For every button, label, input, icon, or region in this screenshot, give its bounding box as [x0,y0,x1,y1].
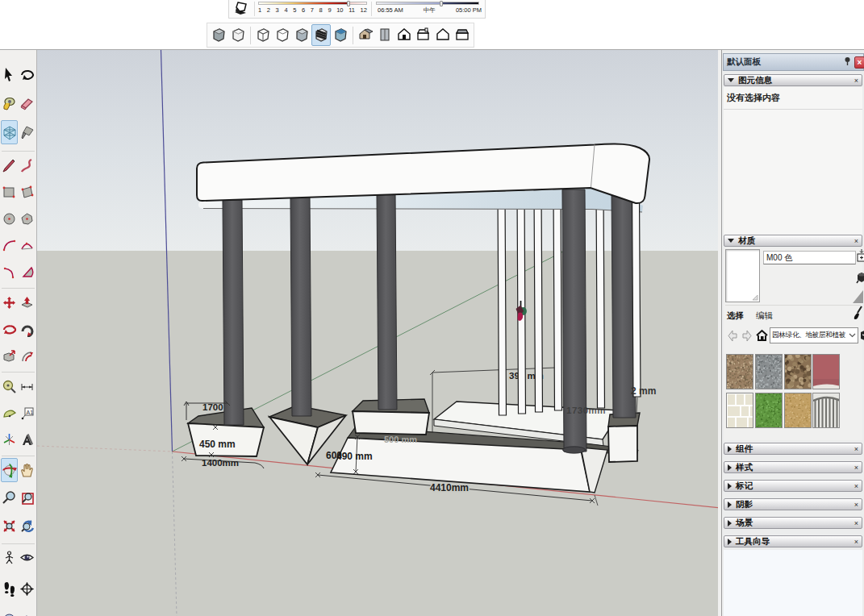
close-tray-button[interactable]: × [854,56,864,69]
model-viewport[interactable]: 390 mm 1700 450 mm [37,50,718,616]
tool-follow-me[interactable] [19,317,35,341]
tool-rotated-rectangle[interactable] [19,180,35,204]
section-3[interactable]: 标记 × [724,480,862,492]
style-tool-monochrome-icon[interactable] [331,24,350,46]
section-close-icon[interactable]: × [854,519,858,527]
tool-zoom-window[interactable] [19,486,35,510]
style-tool-shaded-icon[interactable] [292,24,311,46]
material-swatch-brick-ivory[interactable] [726,393,753,428]
tool-eraser[interactable] [19,91,35,115]
tool-pan[interactable] [19,458,35,482]
home-icon[interactable] [755,328,769,343]
style-tool-hidden-line-icon[interactable] [273,24,292,46]
time-slider-handle[interactable] [440,1,443,6]
shadow-time-slider[interactable]: 06:55 AM 中午 05:00 PM [373,0,485,18]
preview-details-arrow-icon[interactable] [853,289,864,304]
section-close-icon[interactable]: × [854,482,858,490]
section-materials[interactable]: 材质 × [724,235,862,247]
tool-text[interactable]: A1 [19,401,35,425]
tool-walk[interactable] [1,576,18,601]
tool-move[interactable] [1,290,18,314]
section-5[interactable]: 场景 × [724,517,862,529]
tool-rectangle[interactable] [1,180,18,204]
tool-pie[interactable] [19,260,35,284]
tool-partial-b[interactable] [19,603,35,616]
material-swatch-gravel-brown[interactable] [726,354,753,389]
style-tool-xray-icon[interactable] [209,24,228,46]
tool-partial-a[interactable] [1,603,18,616]
section-entity-info[interactable]: 图元信息 × [724,74,862,86]
tool-freehand[interactable] [19,153,35,177]
tool-look-around[interactable] [19,546,35,570]
tool-previous[interactable] [19,514,35,538]
tool-section-plane[interactable] [19,576,35,601]
shadow-date-slider[interactable]: 123456789101112 [256,0,370,18]
style-tool-back-edges-icon[interactable] [228,24,248,46]
style-tool-shaded-textures-icon[interactable] [311,24,331,46]
tool-paint-bucket[interactable] [1,91,18,115]
tool-select[interactable] [1,62,18,86]
material-swatch-rose[interactable] [812,354,840,389]
tool-zoom-extents[interactable] [1,514,18,538]
material-swatch-gravel-gray[interactable] [755,354,783,389]
tool-zoom[interactable] [1,486,18,510]
section-close-icon[interactable]: × [854,445,858,453]
forward-collection-icon[interactable] [741,329,753,343]
tool-axes[interactable] [1,427,18,452]
material-swatch-fence[interactable] [812,393,840,428]
tab-edit[interactable]: 编辑 [756,310,773,320]
section-close-icon[interactable]: × [854,501,858,509]
style-tool-view-back-icon[interactable] [433,24,453,46]
tool-chisel[interactable] [19,120,35,144]
in-model-icon[interactable] [860,328,864,343]
tool-scale[interactable] [1,343,18,368]
sample-paint-icon[interactable] [853,306,863,322]
style-tool-view-iso-icon[interactable] [356,24,375,46]
create-material-icon[interactable] [857,249,864,264]
section-2[interactable]: 样式 × [724,461,862,473]
set-default-material-icon[interactable] [856,270,864,286]
section-close-icon[interactable]: × [854,538,858,546]
section-close-icon[interactable]: × [854,464,858,472]
tool-tape-measure[interactable] [1,374,18,398]
tool-arc[interactable] [1,233,18,257]
section-6[interactable]: 工具向导 × [724,535,862,547]
tool-two-point-arc[interactable] [19,233,35,257]
style-tool-view-top-icon[interactable] [375,24,394,46]
tool-row: A1 [0,401,36,427]
pin-icon[interactable] [844,56,851,68]
tool-push-pull[interactable] [19,290,35,314]
tool-rotate[interactable] [1,317,18,341]
tool-make-component[interactable] [19,62,35,86]
back-collection-icon[interactable] [727,329,739,343]
material-swatch-pebbles[interactable] [784,354,812,389]
tool-circle[interactable] [1,206,18,231]
shadow-toggle-icon[interactable] [229,0,253,17]
material-preview[interactable] [725,249,760,302]
entity-info-close-icon[interactable]: × [854,77,858,85]
material-name-field[interactable] [763,251,856,264]
style-tool-view-left-icon[interactable] [453,24,472,46]
style-tool-view-front-icon[interactable] [394,24,414,46]
tool-position-camera[interactable] [1,546,18,570]
material-swatch-sand[interactable] [784,393,812,428]
tool-line[interactable] [1,153,18,177]
tool-soften-edges[interactable] [1,120,18,144]
tool-offset[interactable] [19,343,35,368]
style-tool-wireframe-icon[interactable] [253,24,273,46]
tray-title-bar[interactable]: 默认面板 × [723,53,864,71]
tool-dimension[interactable] [19,374,35,398]
collections-dropdown[interactable]: 园林绿化、地被层和植被 [770,327,858,343]
tool-orbit[interactable] [1,458,18,482]
tool-text-3d[interactable] [19,427,35,452]
material-swatch-grass[interactable] [755,393,783,428]
date-slider-handle[interactable] [347,1,350,6]
section-4[interactable]: 阴影 × [724,498,862,510]
section-1[interactable]: 组件 × [724,443,862,455]
tool-protractor[interactable] [1,401,18,425]
tab-select[interactable]: 选择 [727,310,744,320]
materials-close-icon[interactable]: × [854,237,858,245]
tool-three-point-arc[interactable] [1,260,18,284]
style-tool-view-right-icon[interactable] [414,24,433,46]
tool-polygon[interactable] [19,206,35,231]
